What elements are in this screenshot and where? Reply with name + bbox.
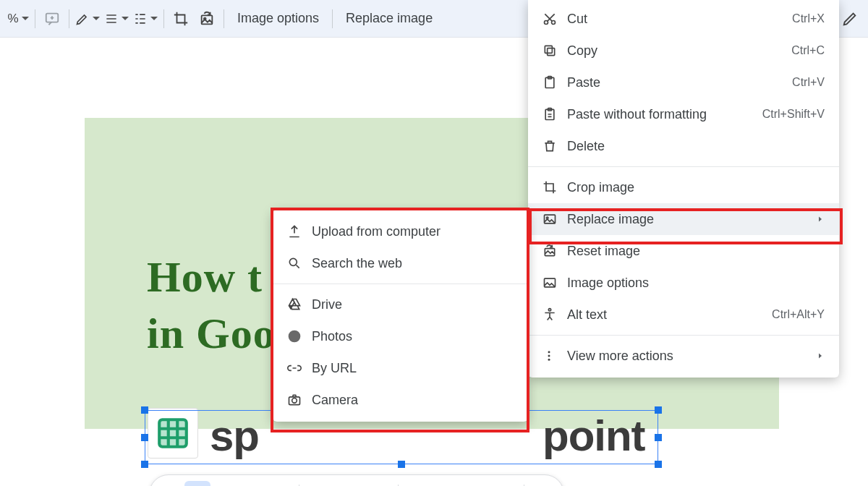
ctx-crop[interactable]: Crop image [528, 171, 839, 203]
resize-handle[interactable] [141, 406, 148, 414]
copy-icon [542, 43, 567, 58]
resize-handle[interactable] [141, 434, 148, 441]
ctx-paste-kbd: Ctrl+V [792, 76, 825, 89]
image-float-toolbar: 0" margin Move with text [149, 474, 564, 486]
add-comment-button[interactable] [41, 7, 63, 30]
svg-point-24 [548, 309, 550, 311]
ctx-paste-nofmt-kbd: Ctrl+Shift+V [762, 108, 825, 121]
drive-icon [287, 297, 312, 312]
cut-icon [542, 12, 567, 26]
more-options-button[interactable] [530, 481, 556, 486]
svg-rect-14 [548, 48, 555, 56]
ctx-crop-label: Crop image [567, 180, 825, 195]
sub-byurl[interactable]: By URL [273, 352, 528, 384]
editing-mode-button[interactable] [839, 7, 861, 30]
toolbar-separator [163, 9, 164, 28]
zoom-dropdown[interactable]: % [7, 7, 29, 30]
sub-drive-label: Drive [312, 297, 514, 312]
svg-point-28 [289, 258, 297, 265]
svg-rect-1 [202, 15, 213, 24]
toolbar-separator [35, 9, 35, 28]
image-options-label: Image options [237, 11, 319, 26]
more-vert-icon [542, 349, 567, 362]
replace-image-label: Replace image [346, 11, 433, 26]
caret-down-icon [93, 17, 100, 20]
ctx-separator [528, 166, 839, 167]
ctx-more[interactable]: View more actions [528, 340, 839, 372]
replace-image-submenu: Upload from computer Search the web Driv… [273, 210, 528, 422]
caret-down-icon [150, 17, 158, 20]
ctx-copy[interactable]: Copy Ctrl+C [528, 35, 839, 67]
wrap-text-button[interactable] [184, 481, 210, 486]
accessibility-icon [542, 307, 567, 322]
resize-handle[interactable] [655, 406, 662, 414]
ctx-delete[interactable]: Delete [528, 130, 839, 162]
ctx-reset-label: Reset image [567, 244, 825, 259]
svg-point-25 [548, 351, 550, 353]
ctx-delete-label: Delete [567, 139, 825, 154]
behind-text-button[interactable] [239, 481, 265, 486]
line-spacing-button[interactable] [104, 7, 129, 30]
sub-upload-label: Upload from computer [312, 224, 514, 239]
sub-upload[interactable]: Upload from computer [273, 216, 528, 247]
sub-photos[interactable]: Photos [273, 320, 528, 352]
ctx-replace-label: Replace image [567, 212, 816, 227]
resize-handle[interactable] [398, 461, 405, 468]
search-icon [287, 256, 312, 270]
ctx-paste[interactable]: Paste Ctrl+V [528, 67, 839, 98]
ctx-alt-text[interactable]: Alt text Ctrl+Alt+Y [528, 299, 839, 331]
camera-icon [287, 393, 312, 407]
toolbar-separator [332, 9, 333, 28]
resize-handle[interactable] [655, 434, 662, 441]
toolbar-separator [224, 9, 224, 28]
wrap-inline-button[interactable] [157, 481, 183, 486]
ctx-paste-label: Paste [567, 75, 792, 90]
sub-camera[interactable]: Camera [273, 384, 528, 416]
sub-drive[interactable]: Drive [273, 289, 528, 320]
sub-camera-label: Camera [312, 393, 514, 408]
crop-icon [542, 180, 567, 195]
resize-handle[interactable] [141, 461, 148, 468]
ctx-copy-label: Copy [567, 43, 791, 59]
submenu-separator [273, 284, 528, 284]
page-text-line2: in Goo [147, 309, 276, 359]
ctx-separator [528, 335, 839, 336]
svg-point-27 [548, 359, 550, 361]
chevron-right-icon [816, 351, 825, 360]
image-icon [542, 212, 567, 226]
ctx-cut-label: Cut [567, 12, 792, 27]
ctx-image-options[interactable]: Image options [528, 267, 839, 299]
page-text-line1: How t [147, 252, 263, 302]
break-text-button[interactable] [212, 481, 238, 486]
highlight-button[interactable] [75, 7, 100, 30]
infront-text-button[interactable] [267, 481, 293, 486]
ctx-reset[interactable]: Reset image [528, 235, 839, 267]
resize-handle[interactable] [655, 461, 662, 468]
ctx-alt-label: Alt text [567, 307, 772, 323]
sub-search-label: Search the web [312, 256, 514, 271]
ctx-more-label: View more actions [567, 349, 816, 364]
photos-icon [287, 329, 312, 344]
context-menu: Cut Ctrl+X Copy Ctrl+C Paste Ctrl+V Past… [528, 0, 839, 378]
upload-icon [287, 224, 312, 239]
checklist-button[interactable] [133, 7, 158, 30]
caret-down-icon [22, 17, 29, 20]
replace-image-button[interactable]: Replace image [339, 7, 440, 30]
sub-search[interactable]: Search the web [273, 247, 528, 279]
ctx-copy-kbd: Ctrl+C [791, 44, 825, 57]
sub-photos-label: Photos [312, 329, 514, 344]
ctx-paste-nofmt[interactable]: Paste without formatting Ctrl+Shift+V [528, 98, 839, 130]
crop-button[interactable] [170, 7, 192, 30]
ctx-alt-kbd: Ctrl+Alt+Y [772, 308, 825, 321]
image-options-icon [542, 276, 567, 290]
image-options-button[interactable]: Image options [230, 7, 326, 30]
caret-down-icon [122, 17, 129, 20]
paste-nofmt-icon [542, 107, 567, 122]
ctx-replace-image[interactable]: Replace image [528, 203, 839, 235]
ctx-cut-kbd: Ctrl+X [792, 12, 825, 25]
reset-icon [542, 244, 567, 258]
ctx-cut[interactable]: Cut Ctrl+X [528, 3, 839, 35]
sub-byurl-label: By URL [312, 361, 514, 376]
ctx-paste-nofmt-label: Paste without formatting [567, 107, 762, 122]
reset-image-button[interactable] [196, 7, 218, 30]
